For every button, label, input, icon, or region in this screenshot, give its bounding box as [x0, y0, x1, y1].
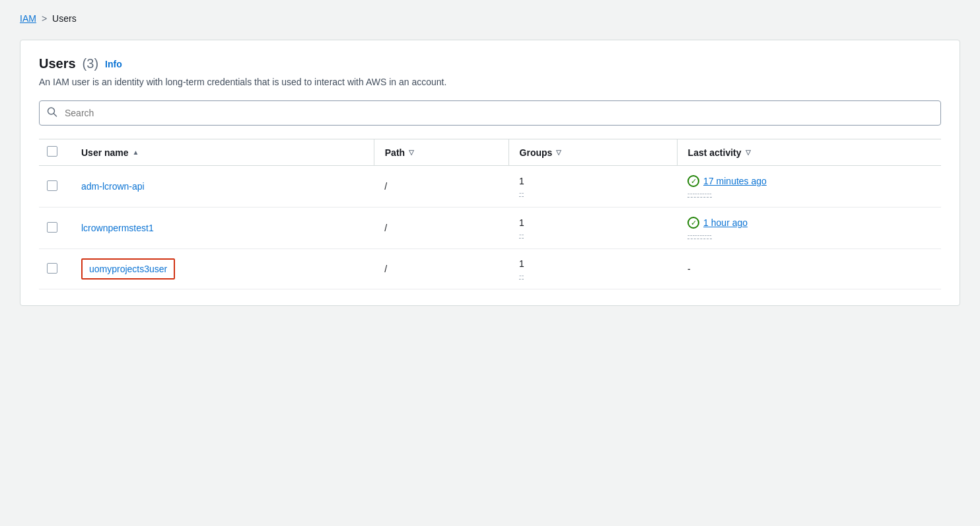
table-row: lcrownpermstest1/1--✓1 hour ago---------…	[39, 207, 941, 249]
select-all-checkbox[interactable]	[47, 146, 57, 157]
last-activity-cell: -	[677, 249, 941, 289]
users-card: Users (3) Info An IAM user is an identit…	[20, 40, 960, 306]
table-row: uomyprojects3user/1---	[39, 249, 941, 289]
groups-cell: 1--	[508, 207, 677, 249]
activity-link[interactable]: 17 minutes ago	[703, 176, 767, 186]
highlighted-user-cell-inner: uomyprojects3user	[81, 258, 175, 280]
username-sort-icon: ▲	[133, 149, 139, 156]
col-groups[interactable]: Groups ▽	[508, 139, 677, 166]
card-title: Users	[39, 56, 76, 71]
user-cell: adm-lcrown-api	[71, 166, 374, 207]
breadcrumb-current: Users	[52, 13, 77, 24]
groups-cell: 1--	[508, 166, 677, 207]
breadcrumb-separator: >	[42, 13, 47, 24]
last-activity-sort-icon: ▽	[746, 149, 751, 156]
activity-outer: ✓1 hour ago----------	[687, 217, 930, 239]
col-last-activity-label: Last activity	[688, 147, 742, 158]
row-checkbox-cell	[39, 249, 71, 289]
table-header-row: User name ▲ Path ▽ Groups ▽	[39, 139, 941, 166]
card-count: (3)	[83, 56, 98, 71]
col-path[interactable]: Path ▽	[374, 139, 508, 166]
activity-outer: ✓17 minutes ago----------	[687, 175, 930, 198]
row-checkbox[interactable]	[47, 263, 57, 274]
path-cell: /	[374, 207, 508, 249]
users-table: User name ▲ Path ▽ Groups ▽	[39, 139, 941, 289]
row-checkbox[interactable]	[47, 222, 57, 233]
table-body: adm-lcrown-api/1--✓17 minutes ago-------…	[39, 166, 941, 289]
path-cell: /	[374, 249, 508, 289]
col-username-label: User name	[81, 147, 129, 158]
col-username[interactable]: User name ▲	[71, 139, 374, 166]
card-description: An IAM user is an identity with long-ter…	[39, 77, 941, 87]
breadcrumb: IAM > Users	[20, 13, 960, 24]
groups-value: 1	[519, 258, 666, 269]
path-cell: /	[374, 166, 508, 207]
activity-check-icon: ✓	[687, 217, 699, 229]
user-link[interactable]: adm-lcrown-api	[81, 181, 145, 192]
info-link[interactable]: Info	[105, 59, 122, 69]
search-container	[39, 100, 941, 126]
groups-value: 1	[519, 217, 666, 228]
table-row: adm-lcrown-api/1--✓17 minutes ago-------…	[39, 166, 941, 207]
user-cell: uomyprojects3user	[71, 249, 374, 289]
groups-sub: --	[519, 271, 524, 280]
groups-value: 1	[519, 176, 666, 186]
row-checkbox-cell	[39, 207, 71, 249]
groups-sub: --	[519, 188, 524, 197]
groups-cell: 1--	[508, 249, 677, 289]
groups-sub: --	[519, 230, 524, 239]
last-activity-content: ✓17 minutes ago	[687, 175, 930, 187]
card-title-row: Users (3) Info	[39, 56, 941, 71]
search-input[interactable]	[39, 100, 941, 126]
user-link[interactable]: lcrownpermstest1	[81, 223, 154, 233]
card-header: Users (3) Info An IAM user is an identit…	[39, 56, 941, 87]
last-activity-content: ✓1 hour ago	[687, 217, 930, 229]
last-activity-cell: ✓1 hour ago----------	[677, 207, 941, 249]
col-path-label: Path	[385, 147, 405, 158]
user-link[interactable]: uomyprojects3user	[89, 264, 167, 274]
groups-sort-icon: ▽	[556, 149, 561, 156]
activity-link[interactable]: 1 hour ago	[703, 217, 748, 228]
user-cell: lcrownpermstest1	[71, 207, 374, 249]
breadcrumb-iam-link[interactable]: IAM	[20, 13, 36, 24]
last-activity-cell: ✓17 minutes ago----------	[677, 166, 941, 207]
row-checkbox-cell	[39, 166, 71, 207]
select-all-header	[39, 139, 71, 166]
activity-dashes: ----------	[687, 231, 712, 239]
no-activity: -	[687, 264, 691, 274]
path-sort-icon: ▽	[409, 149, 414, 156]
activity-check-icon: ✓	[687, 175, 699, 187]
col-last-activity[interactable]: Last activity ▽	[677, 139, 941, 166]
activity-dashes: ----------	[687, 189, 712, 198]
col-groups-label: Groups	[520, 147, 553, 158]
row-checkbox[interactable]	[47, 180, 57, 191]
